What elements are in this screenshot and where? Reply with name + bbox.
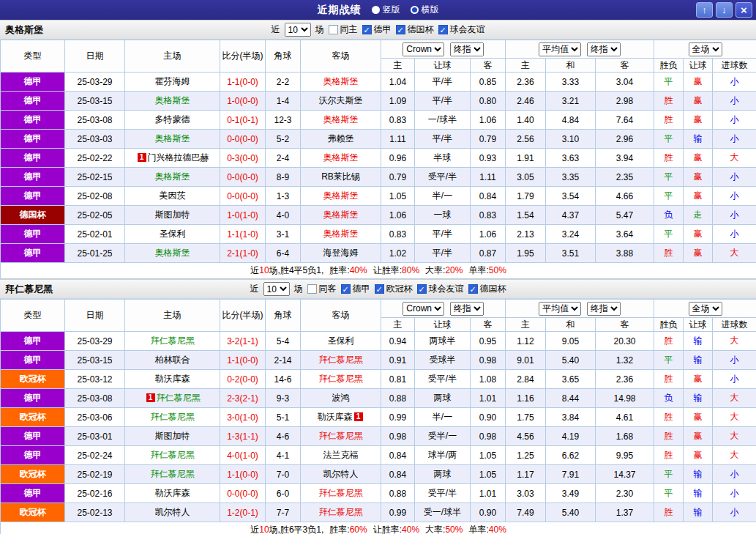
home-team-cell[interactable]: 霍芬海姆: [125, 73, 220, 92]
away-team-cell[interactable]: 奥格斯堡: [301, 149, 381, 168]
away-team-cell[interactable]: 沃尔夫斯堡: [301, 92, 381, 111]
checkbox-icon[interactable]: [375, 284, 384, 294]
home-team-cell[interactable]: 拜仁慕尼黑: [125, 465, 220, 484]
checkbox-icon[interactable]: [307, 284, 317, 294]
away-team-cell[interactable]: 弗赖堡: [301, 130, 381, 149]
home-team-cell[interactable]: 拜仁慕尼黑: [125, 408, 220, 427]
away-team-cell[interactable]: 拜仁慕尼黑: [301, 427, 381, 446]
home-team-name: 柏林联合: [155, 355, 190, 365]
league-filter[interactable]: 德甲: [362, 23, 392, 36]
home-team-cell[interactable]: 奥格斯堡: [125, 244, 220, 263]
checkbox-icon[interactable]: [468, 284, 478, 294]
home-team-cell[interactable]: 1拜仁慕尼黑: [125, 389, 220, 408]
corner-score: 5-1: [266, 408, 301, 427]
home-team-cell[interactable]: 1门兴格拉德巴赫: [125, 149, 220, 168]
league-filter[interactable]: 德国杯: [396, 23, 434, 36]
radio-icon[interactable]: [372, 6, 380, 14]
league-filter-label: 球会友谊: [450, 23, 485, 36]
handicap-result: 赢: [684, 168, 713, 187]
home-team-cell[interactable]: 凯尔特人: [125, 503, 220, 522]
europe-draw-odds: 3.21: [546, 92, 596, 111]
same-venue-filter[interactable]: 同主: [329, 23, 358, 36]
home-team-cell[interactable]: 奥格斯堡: [125, 130, 220, 149]
away-team-cell[interactable]: 奥格斯堡: [301, 206, 381, 225]
away-team-cell[interactable]: 圣保利: [301, 332, 381, 351]
league-filter[interactable]: 球会友谊: [417, 283, 464, 295]
final-index-select[interactable]: 终指: [587, 42, 621, 56]
league-filter[interactable]: 球会友谊: [438, 23, 485, 36]
league-filter[interactable]: 德国杯: [468, 283, 506, 295]
company-select[interactable]: Crown: [403, 42, 444, 56]
col-away: 客场: [301, 300, 381, 332]
home-team-cell[interactable]: 柏林联合: [125, 351, 220, 370]
home-team-cell[interactable]: 多特蒙德: [125, 111, 220, 130]
summary-stat: 单率:40%: [468, 524, 506, 534]
company-select[interactable]: Crown: [403, 302, 444, 316]
same-venue-filter[interactable]: 同客: [307, 283, 337, 295]
away-team-cell[interactable]: 奥格斯堡: [301, 73, 381, 92]
checkbox-icon[interactable]: [341, 284, 351, 294]
move-down-button[interactable]: ↓: [716, 2, 733, 18]
home-team-cell[interactable]: 奥格斯堡: [125, 92, 220, 111]
radio-icon[interactable]: [411, 6, 419, 14]
checkbox-icon[interactable]: [329, 25, 338, 34]
final-index-select[interactable]: 终指: [450, 42, 484, 56]
goals-result: 大: [713, 149, 756, 168]
handicap-away-odds: 0.95: [471, 332, 506, 351]
summary-stat: 单率:50%: [468, 265, 506, 275]
average-select[interactable]: 平均值: [539, 302, 581, 316]
view-horizontal-option[interactable]: 横版: [411, 4, 439, 16]
home-team-cell[interactable]: 斯图加特: [125, 427, 220, 446]
view-vertical-option[interactable]: 竖版: [372, 4, 400, 16]
handicap-home-odds: 0.96: [381, 149, 415, 168]
away-team-cell[interactable]: 奥格斯堡: [301, 187, 381, 206]
final-index-select[interactable]: 终指: [450, 302, 484, 316]
away-team-cell[interactable]: 拜仁慕尼黑: [301, 484, 381, 503]
full-match-select[interactable]: 全场: [689, 42, 722, 56]
move-up-button[interactable]: ↑: [696, 2, 713, 18]
checkbox-icon[interactable]: [438, 25, 448, 34]
away-team-cell[interactable]: 凯尔特人: [301, 465, 381, 484]
europe-away-odds: 2.35: [596, 168, 654, 187]
checkbox-icon[interactable]: [396, 25, 405, 34]
away-team-cell[interactable]: 拜仁慕尼黑: [301, 503, 381, 522]
away-team-cell[interactable]: RB莱比锡: [301, 168, 381, 187]
recent-count-select[interactable]: 10: [263, 282, 290, 296]
home-team-cell[interactable]: 斯图加特: [125, 206, 220, 225]
final-index-select[interactable]: 终指: [587, 302, 621, 316]
handicap-line: 半球: [415, 149, 471, 168]
handicap-result: 输: [684, 130, 713, 149]
away-team-cell[interactable]: 海登海姆: [301, 244, 381, 263]
home-team-cell[interactable]: 奥格斯堡: [125, 168, 220, 187]
result: 胜: [654, 503, 684, 522]
league-badge: 欧冠杯: [1, 503, 65, 522]
europe-draw-odds: 4.37: [546, 206, 596, 225]
away-team-cell[interactable]: 奥格斯堡: [301, 225, 381, 244]
home-team-name: 圣保利: [160, 229, 186, 239]
handicap-away-odds: 1.06: [471, 225, 506, 244]
recent-count-select[interactable]: 10: [285, 23, 311, 37]
away-team-cell[interactable]: 波鸿: [301, 389, 381, 408]
home-team-cell[interactable]: 美因茨: [125, 187, 220, 206]
away-team-cell[interactable]: 拜仁慕尼黑: [301, 370, 381, 389]
league-filter[interactable]: 欧冠杯: [375, 283, 413, 295]
checkbox-icon[interactable]: [362, 25, 372, 34]
home-team-cell[interactable]: 勒沃库森: [125, 484, 220, 503]
away-team-cell[interactable]: 奥格斯堡: [301, 111, 381, 130]
checkbox-icon[interactable]: [417, 284, 427, 294]
away-team-cell[interactable]: 法兰克福: [301, 446, 381, 465]
goals-result: 小: [713, 484, 756, 503]
full-match-select[interactable]: 全场: [689, 302, 722, 316]
match-row: 德甲 25-02-08 美因茨 0-0(0-0) 1-3 奥格斯堡 1.05 半…: [1, 187, 756, 206]
away-team-cell[interactable]: 拜仁慕尼黑: [301, 351, 381, 370]
away-team-name: 拜仁慕尼黑: [319, 507, 363, 517]
away-team-cell[interactable]: 勒沃库森1: [301, 408, 381, 427]
average-select[interactable]: 平均值: [539, 42, 581, 56]
home-team-cell[interactable]: 拜仁慕尼黑: [125, 446, 220, 465]
home-team-cell[interactable]: 拜仁慕尼黑: [125, 332, 220, 351]
match-row: 德甲 25-02-24 拜仁慕尼黑 4-0(1-0) 4-1 法兰克福 0.84…: [1, 446, 756, 465]
league-filter[interactable]: 德甲: [341, 283, 370, 295]
close-button[interactable]: ×: [736, 2, 752, 18]
home-team-cell[interactable]: 圣保利: [125, 225, 220, 244]
home-team-cell[interactable]: 勒沃库森: [125, 370, 220, 389]
